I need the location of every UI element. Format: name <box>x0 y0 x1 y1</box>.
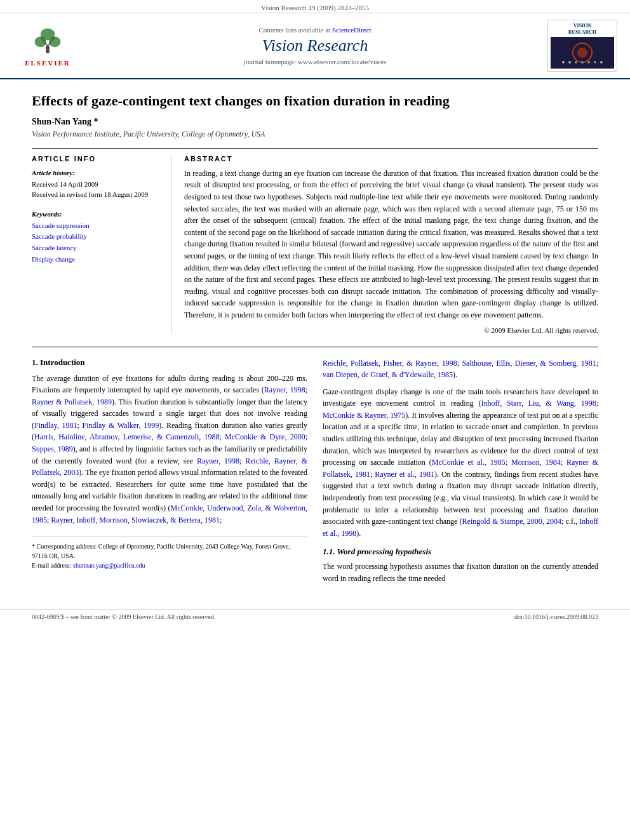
body-section: 1. Introduction The average duration of … <box>32 357 598 590</box>
vr-image-icon <box>551 37 614 69</box>
keyword-4: Display change <box>32 254 161 265</box>
elsevier-logo: ELSEVIER <box>13 25 83 67</box>
issn-text: 0042-6989/$ – see front matter © 2009 El… <box>32 613 215 620</box>
ref-rayner-1981b[interactable]: Rayner et al., 1981 <box>375 470 434 479</box>
ref-rayner-1981[interactable]: Rayner, Inhoff, Morrison, Slowiaczek, & … <box>51 516 220 524</box>
footnote-email: E-mail address: shunnan.yang@pacificu.ed… <box>32 561 307 570</box>
intro-paragraph-2: Gaze-contingent display change is one of… <box>323 386 598 540</box>
ref-vandiepen[interactable]: van Diepen, de Graef, & d'Ydewalle, 1985 <box>323 370 453 379</box>
author-name: Shun-Nan Yang * <box>32 117 598 127</box>
ref-findlay-1981[interactable]: Findlay, 1981 <box>34 421 77 430</box>
abstract-column: ABSTRACT In reading, a text change durin… <box>184 155 598 334</box>
svg-point-10 <box>562 61 565 63</box>
email-link[interactable]: shunnan.yang@pacificu.edu <box>73 562 145 569</box>
section-1-title: 1. Introduction <box>32 357 307 368</box>
keyword-2: Saccade probability <box>32 231 161 243</box>
ref-harris[interactable]: Harris, Hainline, Abramov, Lemerise, & C… <box>34 432 219 441</box>
article-title: Effects of gaze-contingent text changes … <box>32 92 598 110</box>
journal-header: ELSEVIER Contents lists available at Sci… <box>0 13 630 79</box>
email-label: E-mail address: <box>32 562 71 569</box>
svg-point-13 <box>581 61 584 63</box>
vr-logo-image <box>551 37 614 69</box>
ref-mcconkie-dyre[interactable]: McConkie & Dyre, 2000 <box>225 432 305 441</box>
received-date-2: Received in revised form 18 August 2009 <box>32 189 161 200</box>
ref-morrison[interactable]: Morrison, 1984 <box>511 458 561 467</box>
ref-reichle-fisher[interactable]: Reichle, Pollatsek, Fisher, & Rayner, 19… <box>323 359 457 368</box>
article-info-column: ARTICLE INFO Article history: Received 1… <box>32 155 171 334</box>
ref-inhoff-1998[interactable]: Inhoff, Starr, Liu, & Wang, 1998 <box>481 399 596 408</box>
keyword-1: Saccade suppression <box>32 220 161 232</box>
abstract-heading: ABSTRACT <box>184 155 598 163</box>
top-bar: Vision Research 49 (2009) 2843–2855 <box>0 0 630 13</box>
ref-mcconkie-1985b[interactable]: McConkie et al., 1985 <box>432 458 506 467</box>
svg-point-12 <box>575 61 577 63</box>
elsevier-wordmark: ELSEVIER <box>25 59 70 67</box>
svg-point-9 <box>577 48 587 58</box>
svg-point-11 <box>568 61 571 63</box>
received-date-1: Received 14 April 2009 <box>32 179 161 190</box>
intro-paragraph-1-cont: Reichle, Pollatsek, Fisher, & Rayner, 19… <box>323 357 598 381</box>
ref-salthouse[interactable]: Salthouse, Ellis, Diener, & Somberg, 198… <box>462 359 596 368</box>
ref-reichle[interactable]: Reichle, Rayner, & Pollatsek, 2003 <box>32 457 307 477</box>
svg-point-15 <box>594 61 596 63</box>
article-info-heading: ARTICLE INFO <box>32 155 161 163</box>
contents-line: Contents lists available at ScienceDirec… <box>83 26 547 34</box>
svg-rect-4 <box>46 46 50 53</box>
abstract-text: In reading, a text change during an eye … <box>184 168 598 321</box>
bottom-footer: 0042-6989/$ – see front matter © 2009 El… <box>0 609 630 624</box>
svg-point-16 <box>600 61 603 63</box>
ref-rayner-1998[interactable]: Rayner, 1998 <box>264 385 305 394</box>
svg-point-14 <box>587 61 590 63</box>
section-divider <box>32 347 598 347</box>
footnote-star: * Corresponding address: College of Opto… <box>32 542 307 561</box>
keywords-list: Saccade suppression Saccade probability … <box>32 220 161 265</box>
journal-homepage: journal homepage: www.elsevier.com/locat… <box>83 58 547 65</box>
body-right-column: Reichle, Pollatsek, Fisher, & Rayner, 19… <box>323 357 598 590</box>
body-left-column: 1. Introduction The average duration of … <box>32 357 307 590</box>
copyright-line: © 2009 Elsevier Ltd. All rights reserved… <box>184 326 598 334</box>
footnote-area: * Corresponding address: College of Opto… <box>32 536 307 570</box>
vision-research-logo: VISIONRESEARCH <box>547 20 617 72</box>
ref-rayner-pollatsek[interactable]: Rayner & Pollatsek, 1989 <box>32 397 112 406</box>
sciencedirect-link[interactable]: ScienceDirect <box>332 26 372 34</box>
ref-findlay-walker[interactable]: Findlay & Walker, 1999 <box>83 421 159 430</box>
keyword-3: Saccade latency <box>32 243 161 254</box>
article-content: Effects of gaze-contingent text changes … <box>0 79 630 602</box>
article-meta-section: ARTICLE INFO Article history: Received 1… <box>32 148 598 334</box>
ref-rayner-1998b[interactable]: Rayner, 1998 <box>197 457 239 465</box>
history-label: Article history: <box>32 169 161 177</box>
author-affiliation: Vision Performance Institute, Pacific Un… <box>32 130 598 139</box>
keywords-label: Keywords: <box>32 210 161 218</box>
journal-reference: Vision Research 49 (2009) 2843–2855 <box>261 4 369 11</box>
vr-logo-title: VISIONRESEARCH <box>551 23 614 35</box>
ref-reingold-stampe[interactable]: Reingold & Stampe, 2000, 2004 <box>462 517 561 526</box>
subsection-1-1-text: The word processing hypothesis assumes t… <box>323 561 598 584</box>
journal-title: Vision Research <box>83 36 547 55</box>
ref-mcconkie-rayner[interactable]: McConkie & Rayner, 1975 <box>323 411 405 420</box>
subsection-1-1-title: 1.1. Word processing hypothesis <box>323 547 598 557</box>
elsevier-tree-icon <box>29 25 67 58</box>
intro-paragraph-1: The average duration of eye fixations fo… <box>32 373 307 526</box>
ref-suppes[interactable]: Suppes, 1989 <box>32 444 73 453</box>
journal-header-center: Contents lists available at ScienceDirec… <box>83 26 547 65</box>
doi-text: doi:10.1016/j.visres.2009.08.023 <box>514 613 598 620</box>
